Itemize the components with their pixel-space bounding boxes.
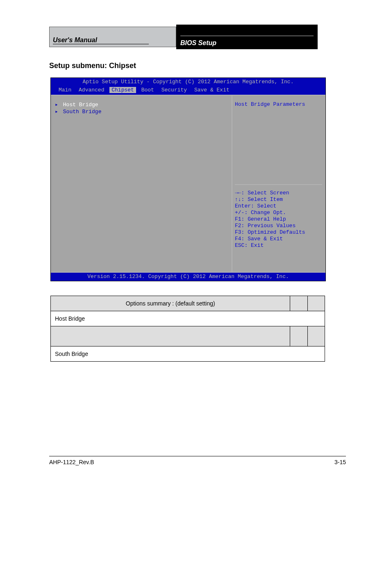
options-table: Options summary : (default setting) Host… (50, 296, 325, 362)
table-row: Host Bridge (51, 311, 325, 326)
bios-tab-save-exit[interactable]: Save & Exit (192, 87, 232, 93)
bios-footer: Version 2.15.1234. Copyright (C) 2012 Am… (51, 272, 325, 281)
page-footer: AHP-1122_Rev.B 3-15 (49, 456, 346, 465)
bios-left-pane[interactable]: ▸ Host Bridge ▸ South Bridge (51, 96, 232, 272)
table-label-cell: South Bridge (51, 346, 325, 362)
table-header-cell (51, 326, 290, 346)
footer-left: AHP-1122_Rev.B (49, 459, 94, 465)
footer-right: 3-15 (334, 459, 346, 465)
bios-tab-chipset[interactable]: Chipset (109, 87, 136, 93)
section-title: Setup submenu: Chipset (49, 62, 346, 70)
triangle-right-icon: ▸ (55, 101, 60, 108)
bios-item-label: South Bridge (63, 109, 102, 115)
bios-item-label: Host Bridge (63, 102, 98, 108)
table-header-cell (290, 296, 307, 311)
bios-tabbar[interactable]: Main Advanced Chipset Boot Security Save… (51, 86, 325, 95)
table-header-cell (307, 296, 325, 311)
legend-f3: F3: Optimized Defaults (235, 229, 322, 236)
table-header-row (51, 326, 325, 346)
triangle-right-icon: ▸ (55, 108, 60, 115)
legend-select-screen: →←: Select Screen (235, 190, 322, 196)
bios-tab-boot[interactable]: Boot (139, 87, 156, 93)
table-row: South Bridge (51, 346, 325, 362)
header-right-title: BIOS Setup (180, 36, 314, 47)
table-header-cell: Options summary : (default setting) (51, 296, 290, 311)
header-tab-right: BIOS Setup (176, 25, 318, 49)
bios-body: ▸ Host Bridge ▸ South Bridge Host Bridge… (51, 95, 325, 272)
legend-enter: Enter: Select (235, 203, 322, 210)
bios-right-pane: Host Bridge Parameters →←: Select Screen… (232, 96, 325, 272)
legend-f1: F1: General Help (235, 216, 322, 223)
header-left-title: User's Manual (53, 36, 149, 44)
legend-select-item: ↑↓: Select Item (235, 196, 322, 203)
table-header-cell (290, 326, 307, 346)
bios-tab-advanced[interactable]: Advanced (77, 87, 106, 93)
table-header-cell (307, 326, 325, 346)
legend-f2: F2: Previous Values (235, 223, 322, 229)
legend-change-opt: +/-: Change Opt. (235, 210, 322, 216)
bios-item-south-bridge[interactable]: ▸ South Bridge (55, 108, 228, 115)
bios-tab-security[interactable]: Security (159, 87, 189, 93)
bios-help-description: Host Bridge Parameters (235, 101, 322, 185)
header-tab-left: User's Manual (49, 27, 176, 47)
table-header-row: Options summary : (default setting) (51, 296, 325, 311)
bios-screenshot: Aptio Setup Utility - Copyright (C) 2012… (50, 77, 326, 281)
bios-tab-main[interactable]: Main (57, 87, 73, 93)
legend-f4: F4: Save & Exit (235, 236, 322, 242)
document-header: User's Manual BIOS Setup (49, 25, 346, 49)
bios-title: Aptio Setup Utility - Copyright (C) 2012… (51, 78, 325, 86)
table-label-cell: Host Bridge (51, 311, 325, 326)
bios-item-host-bridge[interactable]: ▸ Host Bridge (55, 101, 228, 108)
bios-key-legend: →←: Select Screen ↑↓: Select Item Enter:… (235, 185, 322, 249)
legend-esc: ESC: Exit (235, 242, 322, 249)
